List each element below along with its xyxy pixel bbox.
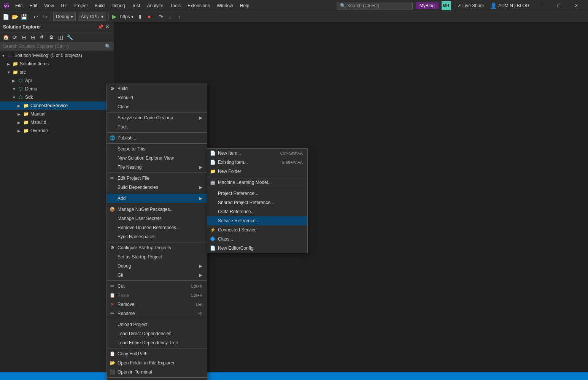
ctx-remove[interactable]: ✕ Remove Del	[107, 300, 207, 309]
toolbar-new[interactable]: 📄	[2, 13, 10, 21]
toolbar-redo[interactable]: ↪	[41, 13, 49, 21]
submenu-com-ref[interactable]: COM Reference...	[207, 207, 307, 216]
menu-extensions[interactable]: Extensions	[184, 2, 213, 10]
menu-window[interactable]: Window	[214, 2, 236, 10]
ctx-rename[interactable]: ✏ Rename F2	[107, 309, 207, 318]
ctx-open-folder[interactable]: 📂 Open Folder in File Explorer	[107, 358, 207, 367]
submenu-ml-model[interactable]: 🤖 Machine Learning Model...	[207, 178, 307, 187]
menu-test[interactable]: Test	[129, 2, 143, 10]
submenu-new-folder[interactable]: 📁 New Folder	[207, 167, 307, 176]
step-into[interactable]: ↓	[166, 13, 174, 21]
tree-demo[interactable]: ▼ ⬡ Demo	[0, 85, 114, 93]
ctx-sync-namespaces[interactable]: Sync Namespaces	[107, 232, 207, 241]
run-target[interactable]: https ▾	[119, 14, 135, 19]
menu-analyze[interactable]: Analyze	[144, 2, 167, 10]
profile-button[interactable]: MyBlog	[416, 2, 439, 9]
se-close-button[interactable]: ✕	[104, 24, 111, 30]
pause-button[interactable]: ⏸	[136, 13, 144, 21]
se-properties[interactable]: ⚙	[47, 33, 56, 41]
ctx-copy-full-path[interactable]: 📋 Copy Full Path	[107, 349, 207, 358]
arrow-icon: ▼	[2, 54, 7, 58]
ctx-publish[interactable]: 🌐 Publish...	[107, 133, 207, 142]
menu-debug[interactable]: Debug	[108, 2, 128, 10]
step-out[interactable]: ↑	[175, 13, 183, 21]
arrow-icon: ▶	[17, 129, 23, 133]
platform-dropdown[interactable]: Any CPU ▾	[78, 13, 106, 21]
ctx-properties[interactable]: 🔧 Properties Alt+Enter	[107, 378, 207, 380]
submenu-new-editorconfig[interactable]: 📄 New EditorConfig	[207, 244, 307, 253]
menu-git[interactable]: Git	[58, 2, 70, 10]
stop-button[interactable]: ■	[145, 13, 153, 21]
ctx-git[interactable]: Git ▶	[107, 271, 207, 280]
se-preview[interactable]: ◫	[56, 33, 65, 41]
ctx-edit-project-file[interactable]: ✏ Edit Project File	[107, 174, 207, 183]
ctx-build[interactable]: ⚙ Build	[107, 84, 207, 93]
ctx-user-secrets[interactable]: Manage User Secrets	[107, 214, 207, 223]
ctx-new-se-view[interactable]: New Solution Explorer View	[107, 154, 207, 163]
close-button[interactable]: ✕	[567, 0, 585, 11]
live-share-button[interactable]: ↗ Live Share	[454, 0, 487, 11]
ctx-scope[interactable]: Scope to This	[107, 144, 207, 154]
ctx-load-tree[interactable]: Load Entire Dependency Tree	[107, 338, 207, 347]
submenu-connected-service[interactable]: ⚡ Connected Service	[207, 225, 307, 234]
tree-override[interactable]: ▶ 📁 Override	[0, 127, 114, 135]
ctx-add[interactable]: Add ▶	[107, 194, 207, 203]
tree-solution[interactable]: ▼ 🗂 Solution 'MyBlog' (5 of 5 projects)	[0, 51, 114, 60]
se-pin-button[interactable]: 📌	[97, 24, 104, 30]
ctx-file-nesting[interactable]: File Nesting ▶	[107, 163, 207, 172]
menu-build[interactable]: Build	[92, 2, 108, 10]
maximize-button[interactable]: □	[550, 0, 567, 11]
submenu-project-ref[interactable]: Project Reference...	[207, 189, 307, 198]
title-bar: VS File Edit View Git Project Build Debu…	[0, 0, 588, 11]
se-search-input[interactable]	[3, 44, 105, 49]
ctx-analyze[interactable]: Analyze and Code Cleanup ▶	[107, 113, 207, 122]
tree-api[interactable]: ▶ ⬡ Api	[0, 76, 114, 85]
se-home[interactable]: 🏠	[2, 33, 10, 41]
menu-help[interactable]: Help	[237, 2, 253, 10]
toolbar-open[interactable]: 📂	[11, 13, 19, 21]
run-button[interactable]: ▶	[110, 13, 118, 20]
tree-connected-service[interactable]: ▶ 📁 ConnectedService	[0, 101, 114, 110]
ctx-clean[interactable]: Clean	[107, 102, 207, 111]
submenu-service-ref[interactable]: Service Reference...	[207, 216, 307, 225]
ctx-open-terminal[interactable]: ⬛ Open in Terminal	[107, 367, 207, 377]
se-show-all[interactable]: 👁	[38, 33, 46, 41]
tree-manual[interactable]: ▶ 📁 Manual	[0, 110, 114, 118]
submenu-class[interactable]: 🔷 Class...	[207, 234, 307, 244]
tree-src[interactable]: ▼ 📁 src	[0, 68, 114, 76]
ctx-load-direct[interactable]: Load Direct Dependencies	[107, 329, 207, 338]
submenu-shared-project-ref[interactable]: Shared Project Reference...	[207, 198, 307, 207]
step-over[interactable]: ↷	[157, 13, 165, 21]
se-settings[interactable]: 🔧	[65, 33, 74, 41]
ctx-rebuild[interactable]: Rebuild	[107, 93, 207, 102]
menu-view[interactable]: View	[41, 2, 57, 10]
ctx-pack[interactable]: Pack	[107, 122, 207, 131]
ctx-build-deps[interactable]: Build Dependencies ▶	[107, 183, 207, 192]
tree-msbuild[interactable]: ▶ 📁 Msbuild	[0, 118, 114, 127]
menu-file[interactable]: File	[12, 2, 25, 10]
debug-config-dropdown[interactable]: Debug ▾	[53, 13, 76, 21]
toolbar-save[interactable]: 💾	[20, 13, 28, 21]
se-collapse[interactable]: ⊟	[20, 33, 28, 41]
ctx-cut[interactable]: ✂ Cut Ctrl+X	[107, 282, 207, 291]
se-search-box[interactable]: 🔍	[0, 43, 114, 51]
minimize-button[interactable]: ─	[532, 0, 550, 11]
ctx-set-startup[interactable]: Set as Startup Project	[107, 252, 207, 261]
ctx-unload-project[interactable]: Unload Project	[107, 320, 207, 329]
ctx-configure-startup[interactable]: ⚙ Configure Startup Projects...	[107, 243, 207, 252]
tree-solution-items[interactable]: ▶ 📁 Solution Items	[0, 60, 114, 68]
submenu-new-item[interactable]: 📄 New Item... Ctrl+Shift+A	[207, 149, 307, 158]
ctx-remove-unused-refs[interactable]: Remove Unused References...	[107, 223, 207, 232]
se-filter[interactable]: ⊞	[29, 33, 37, 41]
menu-edit[interactable]: Edit	[26, 2, 40, 10]
global-search[interactable]: 🔍 Search (Ctrl+Q)	[337, 2, 413, 10]
menu-tools[interactable]: Tools	[167, 2, 184, 10]
tree-sdk[interactable]: ▼ ⬡ Sdk	[0, 93, 114, 101]
toolbar-undo[interactable]: ↩	[32, 13, 40, 21]
menu-project[interactable]: Project	[70, 2, 91, 10]
ctx-debug[interactable]: Debug ▶	[107, 261, 207, 271]
se-sync[interactable]: ⟳	[11, 33, 19, 41]
ctx-nuget[interactable]: 📦 Manage NuGet Packages...	[107, 205, 207, 214]
submenu-existing-item[interactable]: 📄 Existing Item... Shift+Alt+A	[207, 158, 307, 167]
user-avatar[interactable]: MH	[442, 1, 451, 10]
